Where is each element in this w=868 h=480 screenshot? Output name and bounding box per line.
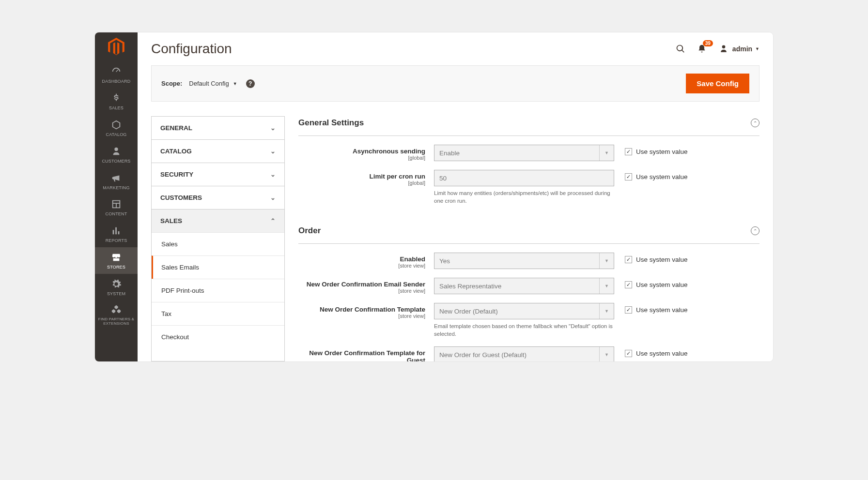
- caret-down-icon: ▼: [233, 81, 237, 86]
- config-nav-label: CUSTOMERS: [160, 194, 202, 201]
- checkbox-icon: ✓: [625, 350, 632, 357]
- field-limit-per-cron: Limit per cron run [global] Limit how ma…: [298, 170, 760, 205]
- checkbox-label: Use system value: [636, 306, 688, 314]
- caret-down-icon: ▼: [599, 347, 614, 361]
- nav-marketing[interactable]: MARKETING: [95, 168, 138, 195]
- user-icon: [719, 44, 728, 54]
- config-nav-security[interactable]: SECURITY ⌄: [152, 163, 284, 186]
- config-nav-label: CATALOG: [160, 148, 192, 155]
- section-title: Order: [298, 226, 751, 236]
- nav-label: MARKETING: [103, 186, 129, 191]
- settings-panel: General Settings ⌃ Asynchronous sending …: [298, 116, 760, 361]
- checkbox-label: Use system value: [636, 350, 688, 357]
- config-nav-catalog[interactable]: CATALOG ⌄: [152, 139, 284, 163]
- scope-help-icon[interactable]: ?: [246, 79, 255, 88]
- nav-label: CUSTOMERS: [102, 159, 130, 164]
- chevron-down-icon: ⌄: [270, 124, 276, 132]
- nav-label: STORES: [107, 265, 125, 270]
- config-subnav-checkout[interactable]: Checkout: [152, 325, 284, 348]
- nav-label: FIND PARTNERS & EXTENSIONS: [96, 317, 137, 326]
- section-header-order[interactable]: Order ⌃: [298, 224, 760, 244]
- scope-label: Scope:: [161, 80, 182, 87]
- nav-customers[interactable]: CUSTOMERS: [95, 141, 138, 168]
- field-scope: [global]: [298, 180, 425, 186]
- caret-down-icon: ▼: [599, 303, 614, 319]
- nav-label: DASHBOARD: [102, 79, 131, 84]
- config-subnav-sales-emails[interactable]: Sales Emails: [152, 255, 284, 279]
- scope-selector[interactable]: Default Config ▼: [189, 80, 237, 87]
- async-sending-select[interactable]: Enable ▼: [434, 145, 614, 161]
- scope-value: Default Config: [189, 80, 229, 87]
- order-guest-template-select[interactable]: New Order for Guest (Default) ▼: [434, 346, 614, 361]
- gear-icon: [111, 279, 122, 289]
- user-menu[interactable]: admin ▼: [719, 44, 760, 54]
- field-label: Limit per cron run: [298, 173, 425, 180]
- config-nav-general[interactable]: GENERAL ⌄: [152, 117, 284, 139]
- order-sender-select[interactable]: Sales Representative ▼: [434, 278, 614, 294]
- person-icon: [111, 146, 122, 157]
- field-label: New Order Confirmation Template: [298, 306, 425, 313]
- nav-content[interactable]: CONTENT: [95, 194, 138, 221]
- checkbox-label: Use system value: [636, 148, 688, 155]
- field-scope: [store view]: [298, 288, 425, 294]
- config-nav-sales[interactable]: SALES ⌃: [152, 209, 284, 232]
- nav-catalog[interactable]: CATALOG: [95, 115, 138, 141]
- collapse-icon: ⌃: [751, 119, 760, 127]
- use-system-value-checkbox[interactable]: ✓ Use system value: [625, 346, 688, 357]
- user-label: admin: [732, 45, 752, 53]
- search-button[interactable]: [674, 43, 687, 55]
- use-system-value-checkbox[interactable]: ✓ Use system value: [625, 170, 688, 180]
- config-subnav-sales[interactable]: Sales: [152, 232, 284, 255]
- config-subnav-tax[interactable]: Tax: [152, 302, 284, 325]
- field-scope: [global]: [298, 155, 425, 161]
- config-nav-label: SALES: [160, 217, 182, 225]
- notification-badge: 39: [703, 40, 713, 46]
- nav-stores[interactable]: STORES: [95, 247, 138, 274]
- nav-partners[interactable]: FIND PARTNERS & EXTENSIONS: [95, 300, 138, 331]
- select-value: New Order for Guest (Default): [439, 351, 527, 359]
- field-order-template: New Order Confirmation Template [store v…: [298, 303, 760, 338]
- caret-down-icon: ▼: [599, 145, 614, 161]
- dollar-icon: [111, 93, 122, 104]
- nav-label: REPORTS: [106, 239, 127, 243]
- checkbox-label: Use system value: [636, 173, 688, 180]
- config-nav-label: GENERAL: [160, 124, 192, 132]
- order-template-select[interactable]: New Order (Default) ▼: [434, 303, 614, 319]
- section-header-general[interactable]: General Settings ⌃: [298, 116, 760, 136]
- layout-icon: [111, 199, 122, 210]
- field-scope: [store view]: [298, 313, 425, 319]
- search-icon: [676, 44, 685, 54]
- config-subnav-pdf[interactable]: PDF Print-outs: [152, 279, 284, 302]
- notifications-button[interactable]: 39: [696, 43, 708, 55]
- config-nav-customers[interactable]: CUSTOMERS ⌄: [152, 186, 284, 209]
- limit-per-cron-input[interactable]: [434, 170, 614, 186]
- nav-sales[interactable]: SALES: [95, 88, 138, 115]
- chevron-down-icon: ⌄: [270, 148, 276, 155]
- chevron-down-icon: ⌄: [270, 194, 276, 201]
- nav-dashboard[interactable]: DASHBOARD: [95, 61, 138, 88]
- nav-system[interactable]: SYSTEM: [95, 274, 138, 300]
- use-system-value-checkbox[interactable]: ✓ Use system value: [625, 253, 688, 263]
- admin-sidebar: DASHBOARD SALES CATALOG CUSTOMERS MARKET…: [95, 32, 138, 361]
- field-order-sender: New Order Confirmation Email Sender [sto…: [298, 278, 760, 294]
- nav-label: SYSTEM: [107, 292, 125, 297]
- megaphone-icon: [111, 173, 122, 183]
- collapse-icon: ⌃: [751, 226, 760, 235]
- field-order-enabled: Enabled [store view] Yes ▼ ✓ Use system …: [298, 253, 760, 269]
- use-system-value-checkbox[interactable]: ✓ Use system value: [625, 145, 688, 155]
- field-note: Email template chosen based on theme fal…: [434, 322, 614, 338]
- magento-logo[interactable]: [95, 32, 138, 61]
- field-scope: [store view]: [298, 263, 425, 269]
- save-config-button[interactable]: Save Config: [686, 74, 749, 93]
- checkbox-icon: ✓: [625, 256, 632, 263]
- content-area: GENERAL ⌄ CATALOG ⌄ SECURITY ⌄ CUSTOMERS…: [138, 116, 773, 361]
- checkbox-icon: ✓: [625, 148, 632, 155]
- use-system-value-checkbox[interactable]: ✓ Use system value: [625, 303, 688, 314]
- nav-reports[interactable]: REPORTS: [95, 221, 138, 247]
- order-enabled-select[interactable]: Yes ▼: [434, 253, 614, 269]
- topbar: Configuration 39 admin ▼: [138, 32, 773, 65]
- caret-down-icon: ▼: [599, 253, 614, 269]
- config-nav: GENERAL ⌄ CATALOG ⌄ SECURITY ⌄ CUSTOMERS…: [151, 116, 285, 361]
- scope-bar: Scope: Default Config ▼ ? Save Config: [151, 65, 760, 102]
- use-system-value-checkbox[interactable]: ✓ Use system value: [625, 278, 688, 288]
